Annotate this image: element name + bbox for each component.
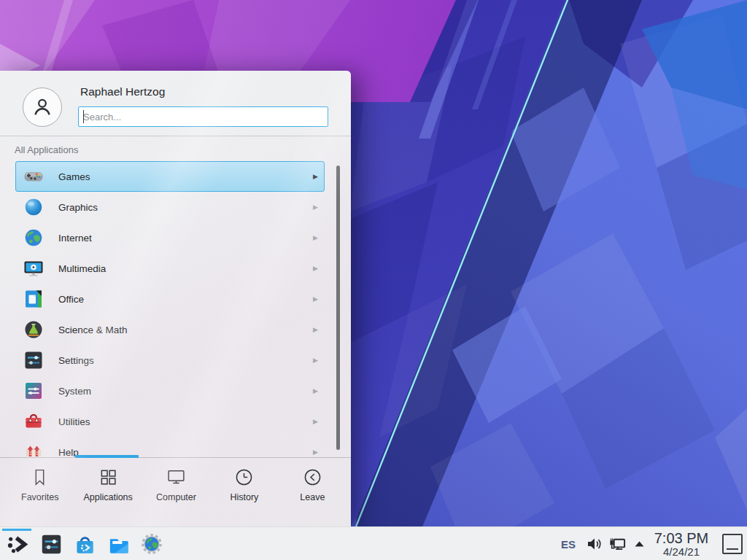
- web-browser-button[interactable]: [135, 527, 169, 560]
- header-divider: [0, 136, 351, 136]
- utilities-toolbox-icon: [23, 411, 44, 432]
- category-list: Games ▶ Graphics ▶ Internet ▶: [0, 161, 351, 456]
- web-browser-icon: [142, 534, 162, 554]
- science-flask-icon: [23, 319, 44, 340]
- monitor-icon: [166, 467, 186, 487]
- tab-history[interactable]: History: [210, 458, 278, 526]
- grid-icon: [98, 467, 118, 487]
- submenu-arrow-icon: ▶: [313, 448, 318, 456]
- tab-label: Favorites: [21, 492, 58, 502]
- category-label: Utilities: [58, 416, 90, 427]
- submenu-arrow-icon: ▶: [313, 203, 318, 211]
- category-row-games[interactable]: Games ▶: [15, 161, 325, 192]
- tab-label: History: [230, 492, 258, 502]
- person-icon: [30, 95, 55, 120]
- category-label: System: [58, 386, 91, 397]
- leave-circle-icon: [303, 467, 322, 487]
- category-label: Graphics: [58, 202, 98, 213]
- clock-icon: [234, 467, 254, 487]
- category-label: Multimedia: [58, 263, 106, 274]
- category-label: Games: [58, 171, 90, 182]
- tab-computer[interactable]: Computer: [142, 458, 210, 526]
- category-row-utilities[interactable]: Utilities ▶: [15, 406, 325, 437]
- tab-label: Leave: [300, 492, 325, 502]
- office-document-icon: [23, 289, 44, 309]
- settings-sliders-icon: [23, 350, 44, 370]
- show-desktop-button[interactable]: [722, 534, 743, 554]
- bookmark-icon: [30, 467, 50, 487]
- user-avatar[interactable]: [23, 88, 62, 127]
- gamepad-icon: [23, 166, 44, 187]
- keyboard-layout-indicator[interactable]: ES: [561, 538, 576, 551]
- submenu-arrow-icon: ▶: [313, 326, 318, 333]
- clock-date: 4/24/21: [651, 546, 712, 558]
- volume-icon[interactable]: [585, 535, 603, 553]
- globe-icon: [23, 228, 44, 248]
- discover-icon: [74, 533, 96, 556]
- taskbar-launchers: [1, 527, 169, 560]
- launcher-tabbar: Favorites Applications Computer History …: [6, 458, 347, 526]
- discover-button[interactable]: [68, 527, 101, 560]
- digital-clock[interactable]: 7:03 PM 4/24/21: [651, 531, 712, 558]
- help-arrows-icon: [23, 442, 44, 456]
- category-row-settings[interactable]: Settings ▶: [15, 345, 325, 376]
- submenu-arrow-icon: ▶: [313, 387, 318, 394]
- launcher-header: Raphael Hertzog: [0, 71, 351, 136]
- category-row-office[interactable]: Office ▶: [15, 284, 325, 314]
- wired-network-icon[interactable]: [608, 535, 627, 553]
- category-row-graphics[interactable]: Graphics ▶: [15, 192, 325, 222]
- submenu-arrow-icon: ▶: [313, 418, 318, 425]
- search-input[interactable]: [78, 106, 328, 127]
- category-row-help[interactable]: Help ▶: [15, 437, 325, 456]
- submenu-arrow-icon: ▶: [313, 295, 318, 303]
- tab-leave[interactable]: Leave: [279, 458, 347, 526]
- system-tray: ES 7:03 PM 4/24/21: [561, 527, 747, 560]
- category-row-system[interactable]: System ▶: [15, 376, 325, 406]
- file-manager-button[interactable]: [101, 527, 135, 560]
- category-label: Science & Math: [58, 324, 128, 335]
- taskbar-panel: ES 7:03 PM 4/24/21: [0, 526, 747, 560]
- category-label: Office: [58, 294, 84, 305]
- category-row-science-math[interactable]: Science & Math ▶: [15, 314, 325, 345]
- application-launcher-menu: Raphael Hertzog All Applications Games ▶…: [0, 71, 351, 526]
- category-label: Settings: [58, 355, 94, 366]
- section-label: All Applications: [15, 144, 78, 155]
- desktop: Raphael Hertzog All Applications Games ▶…: [0, 0, 747, 560]
- application-launcher-icon: [7, 533, 29, 556]
- multimedia-monitor-icon: [23, 258, 44, 279]
- tab-favorites[interactable]: Favorites: [6, 458, 74, 526]
- category-row-internet[interactable]: Internet ▶: [15, 222, 325, 253]
- file-manager-icon: [107, 533, 130, 556]
- tab-label: Computer: [156, 492, 196, 502]
- active-task-indicator: [2, 529, 31, 531]
- tab-applications[interactable]: Applications: [74, 458, 142, 526]
- submenu-arrow-icon: ▶: [313, 234, 318, 241]
- user-name: Raphael Hertzog: [80, 85, 165, 98]
- system-settings-icon: [40, 533, 63, 556]
- application-launcher-button[interactable]: [1, 527, 34, 560]
- graphics-ball-icon: [23, 197, 44, 217]
- category-label: Internet: [58, 233, 92, 244]
- category-row-multimedia[interactable]: Multimedia ▶: [15, 253, 325, 284]
- system-sliders-icon: [23, 381, 44, 401]
- clock-time: 7:03 PM: [651, 531, 712, 546]
- submenu-arrow-icon: ▶: [313, 173, 318, 180]
- tab-label: Applications: [83, 492, 132, 502]
- submenu-arrow-icon: ▶: [313, 265, 318, 272]
- text-cursor: [83, 110, 84, 123]
- list-scrollbar[interactable]: [336, 166, 340, 450]
- expand-tray-caret-icon[interactable]: [633, 538, 645, 550]
- submenu-arrow-icon: ▶: [313, 357, 318, 364]
- system-settings-button[interactable]: [34, 527, 68, 560]
